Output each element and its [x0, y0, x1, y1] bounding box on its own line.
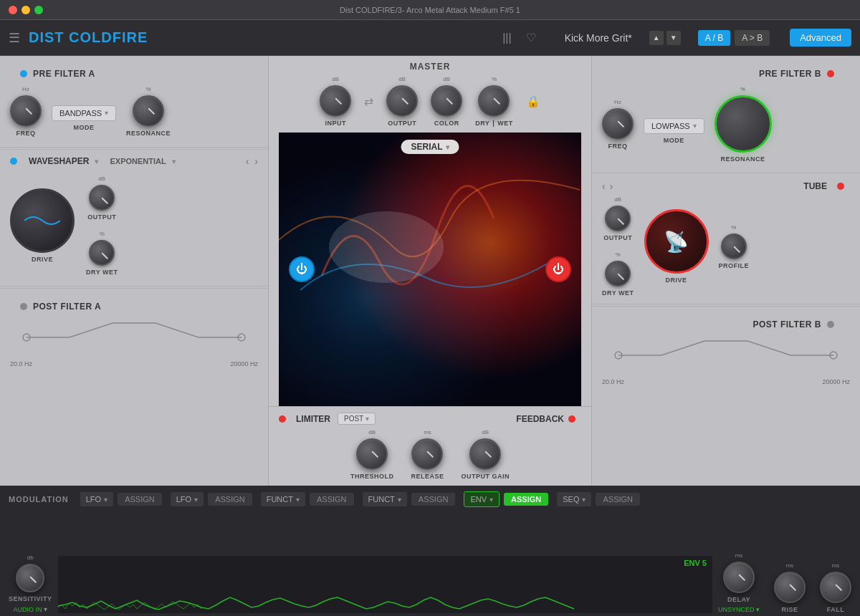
window-title: Dist COLDFIRE/3- Arco Metal Attack Mediu… — [340, 6, 520, 14]
tube-profile-knob[interactable] — [721, 234, 747, 259]
window-controls[interactable] — [9, 6, 43, 14]
audio-in-label[interactable]: AUDIO IN ▾ — [13, 605, 47, 613]
mod-slot-seq[interactable]: SEQ ▾ — [557, 492, 591, 506]
env-fall-knob[interactable] — [820, 572, 851, 603]
tube-knobs: dB OUTPUT % DRY WET 📡 DRIVE — [602, 196, 850, 297]
mod-slot-env[interactable]: ENV ▾ — [464, 491, 500, 507]
mod-assign-lfo2[interactable]: ASSIGN — [208, 493, 252, 506]
pre-filter-a-mode-dropdown[interactable]: BANDPASS ▾ — [52, 105, 116, 121]
mod-slot-funct2[interactable]: FUNCT ▾ — [363, 492, 407, 506]
mod-slot-lfo2[interactable]: LFO ▾ — [171, 492, 204, 506]
maximize-btn[interactable] — [34, 6, 43, 14]
advanced-button[interactable]: Advanced — [790, 29, 851, 47]
menu-icon[interactable]: ☰ — [9, 30, 20, 46]
mod-assign-env[interactable]: ASSIGN — [504, 493, 548, 506]
tube-drywet-knob[interactable] — [605, 261, 631, 287]
waveshaper-nav-right[interactable]: › — [254, 155, 258, 167]
pre-filter-b-knobs: Hz FREQ LOWPASS ▾ MODE % RESONANCE — [602, 83, 850, 165]
preset-next[interactable]: ▼ — [666, 31, 681, 45]
limiter-output-gain-knob[interactable] — [469, 438, 501, 470]
pre-filter-b-title: PRE FILTER B — [612, 69, 821, 79]
post-filter-b-hz-max: 20000 Hz — [822, 378, 850, 385]
tube-nav-right[interactable]: › — [610, 181, 613, 192]
chevron-down-icon[interactable]: ▾ — [95, 158, 98, 165]
master-input-knob[interactable] — [320, 85, 351, 117]
waveshaper-title: WAVESHAPER — [29, 156, 89, 166]
pre-filter-b-section: PRE FILTER B Hz FREQ LOWPASS ▾ MODE — [592, 56, 860, 171]
pre-filter-b-resonance-knob[interactable] — [715, 95, 772, 153]
waveshaper-dot[interactable] — [10, 158, 17, 165]
tube-output-knob[interactable] — [605, 206, 631, 231]
mod-assign-seq[interactable]: ASSIGN — [596, 493, 640, 506]
tube-drywet-group: % DRY WET — [602, 251, 634, 297]
pre-filter-b-freq-group: Hz FREQ — [602, 99, 634, 150]
titlebar: Dist COLDFIRE/3- Arco Metal Attack Mediu… — [0, 0, 860, 20]
tube-dot[interactable] — [837, 183, 844, 190]
master-output-knob[interactable] — [386, 85, 418, 117]
ab-group: A / B A > B — [698, 30, 770, 46]
master-drywet-group: % DRY | WET — [475, 76, 513, 127]
env-delay-knob[interactable] — [723, 562, 755, 593]
waveshaper-waveform[interactable] — [10, 188, 75, 253]
post-filter-a-dot[interactable] — [20, 303, 27, 310]
pre-filter-b-mode-dropdown[interactable]: LOWPASS ▾ — [644, 118, 704, 134]
tube-output-group: dB OUTPUT — [602, 196, 634, 241]
post-filter-b-dot[interactable] — [827, 321, 834, 328]
chevron-down-icon: ▾ — [582, 496, 586, 504]
waveshaper-output-knob[interactable] — [89, 185, 115, 211]
preset-prev[interactable]: ▲ — [649, 31, 664, 45]
limiter-threshold-knob[interactable] — [356, 438, 388, 470]
chevron-down-icon[interactable]: ▾ — [172, 158, 176, 165]
main-content: PRE FILTER A Hz FREQ BANDPASS ▾ MODE — [0, 56, 860, 486]
unsynced-label[interactable]: UNSYNCED ▾ — [718, 606, 760, 613]
mod-slot-funct2-type: FUNCT — [368, 495, 395, 504]
bars-icon[interactable]: ||| — [502, 32, 511, 44]
tube-drive-knob[interactable]: 📡 — [644, 209, 709, 274]
waveshaper-drywet-knob[interactable] — [89, 240, 115, 266]
limiter-dot[interactable] — [279, 415, 286, 423]
close-btn[interactable] — [9, 6, 17, 14]
pre-filter-a-dot[interactable] — [20, 70, 27, 77]
waveshaper-nav-left[interactable]: ‹ — [246, 155, 249, 167]
left-power-button[interactable]: ⏻ — [289, 256, 315, 282]
mod-slot-lfo1[interactable]: LFO ▾ — [80, 492, 113, 506]
post-filter-b-header: POST FILTER B — [602, 312, 850, 334]
link-icon[interactable]: ⇄ — [364, 95, 373, 108]
env-delay-unit: ms — [735, 552, 743, 559]
chevron-down-icon: ▾ — [105, 109, 108, 117]
favorite-icon[interactable]: ♡ — [526, 31, 536, 44]
serial-badge[interactable]: SERIAL ▾ — [401, 140, 459, 154]
mod-assign-lfo1[interactable]: ASSIGN — [118, 493, 162, 506]
master-drywet-knob[interactable] — [478, 85, 510, 117]
env-rise-knob[interactable] — [774, 572, 806, 603]
post-filter-b-graph — [602, 334, 850, 377]
right-power-button[interactable]: ⏻ — [545, 256, 571, 282]
mod-assign-funct2[interactable]: ASSIGN — [411, 493, 456, 506]
pre-filter-a-resonance-knob[interactable] — [133, 95, 164, 127]
pre-filter-a-freq-knob[interactable] — [10, 95, 42, 127]
chevron-down-icon: ▾ — [693, 122, 697, 130]
pre-filter-b-dot[interactable] — [827, 70, 834, 77]
lock-icon[interactable]: 🔒 — [526, 95, 540, 108]
post-badge[interactable]: POST ▾ — [338, 413, 376, 425]
pre-filter-b-freq-knob[interactable] — [602, 108, 634, 140]
limiter-release-knob[interactable] — [411, 438, 443, 470]
minimize-btn[interactable] — [22, 6, 30, 14]
master-color-knob[interactable] — [431, 85, 462, 117]
mod-slot-funct1[interactable]: FUNCT ▾ — [261, 492, 305, 506]
mod-assign-funct1[interactable]: ASSIGN — [310, 493, 354, 506]
ab-copy-button[interactable]: A > B — [735, 30, 770, 46]
post-filter-a-header: POST FILTER A — [10, 294, 258, 316]
feedback-dot[interactable] — [568, 415, 575, 423]
ab-button[interactable]: A / B — [698, 30, 730, 46]
mod-slot-lfo2-type: LFO — [176, 495, 191, 504]
post-filter-b-title: POST FILTER B — [752, 319, 821, 329]
mod-slot-lfo1-type: LFO — [86, 495, 101, 504]
waveshaper-right-knobs: dB OUTPUT % DRY WET — [86, 175, 118, 276]
master-section: MASTER dB INPUT ⇄ dB OUTPUT dB COLOR — [269, 56, 591, 133]
tube-nav-left[interactable]: ‹ — [602, 181, 606, 192]
limiter-title: LIMITER — [296, 414, 330, 424]
sensitivity-knob[interactable] — [16, 564, 44, 592]
waveform-canvas: ENV 5 — [58, 556, 712, 613]
chevron-down-icon: ▾ — [104, 496, 108, 504]
